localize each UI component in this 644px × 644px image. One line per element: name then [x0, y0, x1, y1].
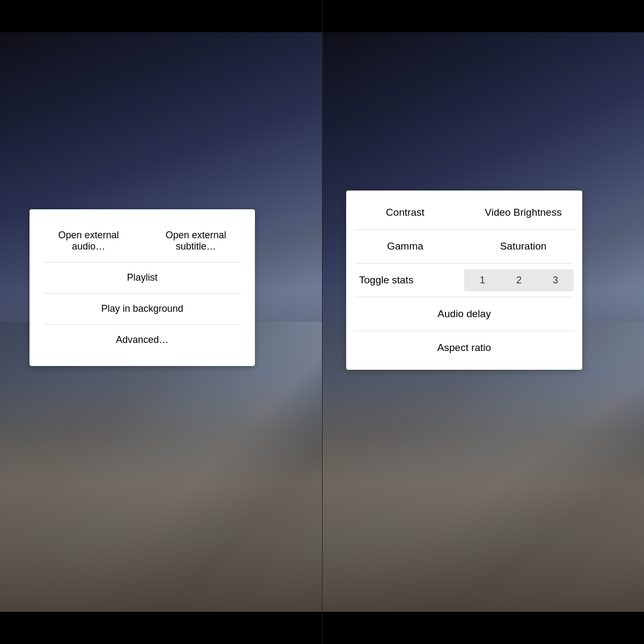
- left-context-menu: Open external audio… Open external subti…: [30, 209, 255, 366]
- right-bottom-bar: [322, 612, 644, 644]
- playlist-button[interactable]: Playlist: [35, 262, 250, 293]
- toggle-btn-1[interactable]: 1: [464, 269, 501, 291]
- open-external-audio-button[interactable]: Open external audio…: [35, 220, 142, 262]
- aspect-ratio-button[interactable]: Aspect ratio: [346, 331, 582, 364]
- toggle-btn-3[interactable]: 3: [537, 269, 574, 291]
- left-bottom-bar: [0, 612, 322, 644]
- toggle-stats-label[interactable]: Toggle stats: [346, 264, 464, 297]
- gamma-button[interactable]: Gamma: [346, 230, 464, 263]
- left-top-bar: [0, 0, 322, 32]
- open-external-subtitle-button[interactable]: Open external subtitle…: [142, 220, 250, 262]
- advanced-button[interactable]: Advanced…: [35, 325, 250, 355]
- video-brightness-button[interactable]: Video Brightness: [464, 196, 582, 229]
- contrast-button[interactable]: Contrast: [346, 196, 464, 229]
- panel-divider: [322, 0, 323, 644]
- saturation-button[interactable]: Saturation: [464, 230, 582, 263]
- play-in-background-button[interactable]: Play in background: [35, 294, 250, 324]
- right-phone-panel: Contrast Video Brightness Gamma Saturati…: [322, 0, 644, 644]
- audio-delay-button[interactable]: Audio delay: [346, 297, 582, 331]
- toggle-btn-2[interactable]: 2: [501, 269, 537, 291]
- right-top-bar: [322, 0, 644, 32]
- right-context-menu: Contrast Video Brightness Gamma Saturati…: [346, 191, 582, 370]
- toggle-stats-row: Toggle stats 1 2 3: [346, 264, 582, 297]
- left-phone-panel: Open external audio… Open external subti…: [0, 0, 322, 644]
- toggle-stats-buttons: 1 2 3: [464, 269, 574, 291]
